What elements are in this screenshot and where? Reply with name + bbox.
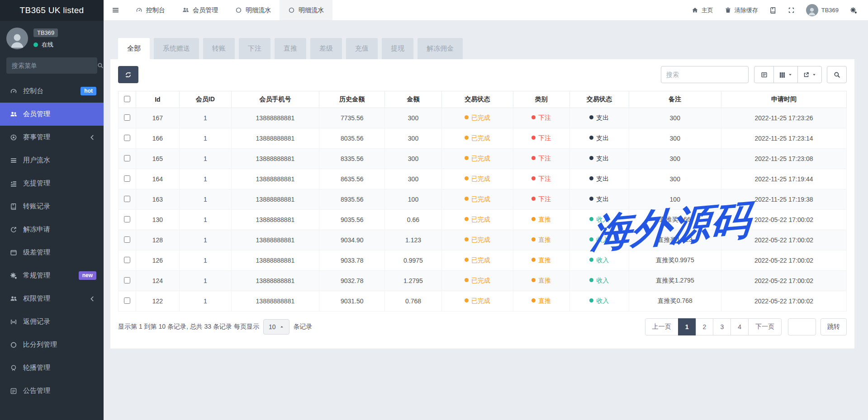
topbar-tab-2[interactable]: 明细流水 [227, 0, 280, 20]
search-button[interactable] [827, 66, 847, 83]
person-icon [8, 31, 26, 49]
sidebar-item-label: 权限管理 [23, 294, 50, 303]
sidebar-item-11[interactable]: 比分列管理 [0, 333, 104, 356]
clear-cache-link[interactable]: 清除缓存 [725, 6, 758, 14]
table-search-input[interactable] [661, 66, 749, 83]
cell-amount: 100 [385, 189, 442, 210]
row-checkbox-cell [119, 128, 136, 149]
page-jump-input[interactable] [788, 318, 816, 335]
prev-page-button[interactable]: 上一页 [645, 318, 678, 335]
cell-direction: 收入 [570, 230, 629, 250]
row-checkbox[interactable] [124, 114, 130, 121]
filter-tab-3[interactable]: 下注 [239, 38, 270, 59]
cell-status: 已完成 [441, 250, 513, 271]
filter-tab-6[interactable]: 充值 [346, 38, 378, 59]
page-jump-button[interactable]: 跳转 [821, 318, 847, 335]
row-checkbox[interactable] [124, 155, 130, 161]
cell-time: 2022-05-22 17:00:02 [721, 250, 847, 271]
cell-member-id: 1 [180, 210, 231, 230]
column-header: 历史金额 [319, 91, 385, 108]
refresh-button[interactable] [118, 66, 138, 83]
filter-tab-0[interactable]: 全部 [118, 38, 150, 59]
filter-tab-8[interactable]: 解冻佣金 [417, 38, 463, 59]
sidebar-item-6[interactable]: 解冻申请 [0, 218, 104, 241]
person-icon [807, 6, 817, 16]
trash-icon [725, 7, 731, 14]
home-link[interactable]: 主页 [692, 6, 713, 14]
page-button-3[interactable]: 3 [713, 318, 731, 335]
sidebar-item-9[interactable]: 权限管理 [0, 287, 104, 310]
cell-direction: 支出 [570, 169, 629, 189]
sidebar-item-5[interactable]: 转账记录 [0, 195, 104, 218]
cell-time: 2022-11-25 17:19:38 [721, 189, 847, 210]
table-row: 1651138888888818335.56300已完成下注支出3002022-… [119, 149, 847, 169]
sidebar-item-0[interactable]: 控制台hot [0, 80, 104, 103]
select-all-checkbox[interactable] [124, 96, 130, 102]
filter-tab-1[interactable]: 系统赠送 [154, 38, 199, 59]
sidebar-item-label: 返佣记录 [23, 317, 50, 326]
page-button-4[interactable]: 4 [730, 318, 749, 335]
table-row: 1221138888888819031.500.768已完成直推收入直推奖0.7… [119, 291, 847, 311]
sidebar-item-4[interactable]: 充提管理 [0, 172, 104, 195]
page-size-dropdown[interactable]: 10 [263, 319, 289, 335]
columns-button[interactable] [773, 66, 798, 83]
row-checkbox[interactable] [124, 297, 130, 304]
row-checkbox[interactable] [124, 236, 130, 243]
hamburger-icon[interactable] [104, 0, 127, 20]
data-panel: Id会员ID会员手机号历史金额金额交易状态类别交易状态备注申请时间 167113… [110, 59, 854, 349]
export-button[interactable] [797, 66, 822, 83]
sidebar-search-input[interactable] [12, 62, 94, 69]
sidebar-search [6, 57, 97, 74]
page-button-1[interactable]: 1 [678, 318, 696, 335]
fullscreen-icon[interactable] [788, 7, 795, 14]
sidebar-item-2[interactable]: 赛事管理 [0, 126, 104, 149]
next-page-button[interactable]: 下一页 [748, 318, 782, 335]
status-dot-icon [465, 115, 469, 119]
transfer-icon [9, 180, 18, 187]
pager: 上一页1234下一页 [645, 318, 782, 335]
sidebar-item-8[interactable]: 常规管理new [0, 264, 104, 287]
cell-direction: 支出 [570, 108, 629, 128]
column-header: 申请时间 [721, 91, 847, 108]
cell-id: 122 [136, 291, 180, 311]
filter-tabs: 全部系统赠送转账下注直推差级充值提现解冻佣金 [118, 38, 463, 59]
settings-gears-icon[interactable] [850, 7, 857, 14]
row-checkbox[interactable] [124, 135, 130, 141]
cell-direction: 支出 [570, 128, 629, 149]
topbar-tab-label: 明细流水 [299, 6, 324, 14]
filter-tab-5[interactable]: 差级 [310, 38, 342, 59]
cell-id: 128 [136, 230, 180, 250]
detail-view-button[interactable] [754, 66, 774, 83]
page-button-2[interactable]: 2 [696, 318, 714, 335]
topbar-user[interactable]: TB369 [806, 4, 839, 16]
sidebar-item-10[interactable]: 返佣记录 [0, 310, 104, 333]
filter-tab-4[interactable]: 直推 [275, 38, 306, 59]
sidebar-item-13[interactable]: 公告管理 [0, 379, 104, 402]
filter-tab-2[interactable]: 转账 [203, 38, 235, 59]
row-checkbox[interactable] [124, 257, 130, 263]
column-header: 交易状态 [570, 91, 629, 108]
topbar-tab-1[interactable]: 会员管理 [174, 0, 227, 20]
cell-history-amount: 9033.78 [319, 250, 385, 271]
status-dot-icon [531, 258, 536, 262]
row-checkbox[interactable] [124, 196, 130, 202]
status-label: 已完成 [471, 114, 490, 121]
circle-icon [9, 341, 18, 349]
sidebar-item-1[interactable]: 会员管理 [0, 103, 104, 126]
detail-view-icon [761, 71, 768, 78]
sidebar-item-7[interactable]: 级差管理 [0, 241, 104, 264]
row-checkbox[interactable] [124, 175, 130, 182]
column-header: 类别 [513, 91, 570, 108]
sidebar-item-12[interactable]: 轮播管理 [0, 356, 104, 379]
topbar-tab-3[interactable]: 明细流水 [280, 0, 332, 20]
log-book-icon[interactable] [769, 7, 777, 14]
cell-status: 已完成 [441, 149, 513, 169]
status-label: 支出 [596, 134, 609, 142]
sidebar-item-3[interactable]: 用户流水 [0, 149, 104, 172]
search-icon[interactable] [97, 62, 104, 69]
status-dot-icon [589, 298, 593, 302]
filter-tab-7[interactable]: 提现 [382, 38, 413, 59]
row-checkbox[interactable] [124, 216, 130, 222]
topbar-tab-0[interactable]: 控制台 [127, 0, 174, 20]
row-checkbox[interactable] [124, 277, 130, 283]
